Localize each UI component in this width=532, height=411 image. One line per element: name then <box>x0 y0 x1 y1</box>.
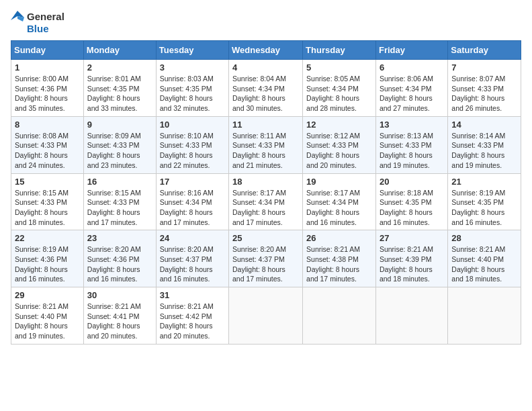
day-cell: 30 Sunrise: 8:21 AM Sunset: 4:41 PM Dayl… <box>83 287 156 345</box>
header-cell-thursday: Thursday <box>303 41 376 60</box>
day-cell: 9 Sunrise: 8:09 AM Sunset: 4:33 PM Dayli… <box>83 116 156 173</box>
day-cell <box>303 287 376 345</box>
sunset-label: Sunset: 4:34 PM <box>306 198 359 206</box>
daylight-label: Daylight: 8 hours and 20 minutes. <box>306 151 359 169</box>
day-cell: 3 Sunrise: 8:03 AM Sunset: 4:35 PM Dayli… <box>156 60 228 117</box>
day-info: Sunrise: 8:14 AM Sunset: 4:33 PM Dayligh… <box>451 131 517 171</box>
day-number: 25 <box>232 233 299 243</box>
logo-bird-icon <box>11 11 24 35</box>
day-cell: 17 Sunrise: 8:16 AM Sunset: 4:34 PM Dayl… <box>156 173 228 230</box>
sunrise-label: Sunrise: 8:21 AM <box>160 302 214 310</box>
day-number: 10 <box>160 120 225 130</box>
daylight-label: Daylight: 8 hours and 27 minutes. <box>380 94 433 112</box>
daylight-label: Daylight: 8 hours and 18 minutes. <box>15 208 68 226</box>
daylight-label: Daylight: 8 hours and 24 minutes. <box>15 151 68 169</box>
daylight-label: Daylight: 8 hours and 16 minutes. <box>15 265 68 283</box>
sunrise-label: Sunrise: 8:17 AM <box>306 189 360 197</box>
day-number: 28 <box>451 233 517 243</box>
sunrise-label: Sunrise: 8:15 AM <box>87 189 141 197</box>
daylight-label: Daylight: 8 hours and 32 minutes. <box>160 94 213 112</box>
sunset-label: Sunset: 4:34 PM <box>306 85 359 93</box>
day-cell: 26 Sunrise: 8:21 AM Sunset: 4:38 PM Dayl… <box>303 230 376 287</box>
sunset-label: Sunset: 4:34 PM <box>232 85 285 93</box>
sunrise-label: Sunrise: 8:21 AM <box>15 302 69 310</box>
sunset-label: Sunset: 4:40 PM <box>15 312 67 320</box>
day-number: 18 <box>232 177 299 187</box>
sunset-label: Sunset: 4:36 PM <box>87 255 140 263</box>
sunset-label: Sunset: 4:33 PM <box>451 85 504 93</box>
day-cell: 31 Sunrise: 8:21 AM Sunset: 4:42 PM Dayl… <box>156 287 228 345</box>
daylight-label: Daylight: 8 hours and 20 minutes. <box>87 322 140 340</box>
week-row-5: 29 Sunrise: 8:21 AM Sunset: 4:40 PM Dayl… <box>11 287 521 345</box>
day-number: 16 <box>87 177 152 187</box>
sunset-label: Sunset: 4:39 PM <box>380 255 432 263</box>
daylight-label: Daylight: 8 hours and 16 minutes. <box>306 208 359 226</box>
sunrise-label: Sunrise: 8:20 AM <box>87 245 141 253</box>
daylight-label: Daylight: 8 hours and 22 minutes. <box>160 151 213 169</box>
day-info: Sunrise: 8:15 AM Sunset: 4:33 PM Dayligh… <box>87 188 152 228</box>
daylight-label: Daylight: 8 hours and 18 minutes. <box>380 265 433 283</box>
sunrise-label: Sunrise: 8:19 AM <box>15 245 69 253</box>
sunset-label: Sunset: 4:34 PM <box>380 85 432 93</box>
daylight-label: Daylight: 8 hours and 21 minutes. <box>232 151 285 169</box>
day-info: Sunrise: 8:20 AM Sunset: 4:37 PM Dayligh… <box>160 244 225 284</box>
sunrise-label: Sunrise: 8:19 AM <box>451 189 505 197</box>
header-cell-tuesday: Tuesday <box>156 41 228 60</box>
week-row-1: 1 Sunrise: 8:00 AM Sunset: 4:36 PM Dayli… <box>11 60 521 117</box>
day-number: 22 <box>15 233 80 243</box>
sunset-label: Sunset: 4:35 PM <box>451 198 504 206</box>
day-number: 19 <box>306 177 372 187</box>
day-info: Sunrise: 8:21 AM Sunset: 4:42 PM Dayligh… <box>160 302 225 341</box>
day-info: Sunrise: 8:01 AM Sunset: 4:35 PM Dayligh… <box>87 74 152 113</box>
day-info: Sunrise: 8:10 AM Sunset: 4:33 PM Dayligh… <box>160 131 225 171</box>
day-info: Sunrise: 8:19 AM Sunset: 4:35 PM Dayligh… <box>451 188 517 228</box>
day-cell: 28 Sunrise: 8:21 AM Sunset: 4:40 PM Dayl… <box>448 230 521 287</box>
sunset-label: Sunset: 4:37 PM <box>232 255 285 263</box>
sunrise-label: Sunrise: 8:10 AM <box>160 132 214 140</box>
day-info: Sunrise: 8:20 AM Sunset: 4:36 PM Dayligh… <box>87 244 152 284</box>
sunrise-label: Sunrise: 8:01 AM <box>87 75 141 83</box>
day-number: 1 <box>15 62 80 73</box>
day-cell: 18 Sunrise: 8:17 AM Sunset: 4:34 PM Dayl… <box>229 173 303 230</box>
sunrise-label: Sunrise: 8:15 AM <box>15 189 69 197</box>
day-number: 11 <box>232 120 299 130</box>
day-cell: 24 Sunrise: 8:20 AM Sunset: 4:37 PM Dayl… <box>156 230 228 287</box>
logo-general: General <box>27 11 64 23</box>
day-info: Sunrise: 8:16 AM Sunset: 4:34 PM Dayligh… <box>160 188 225 228</box>
day-number: 23 <box>87 233 152 243</box>
sunrise-label: Sunrise: 8:14 AM <box>451 132 505 140</box>
sunrise-label: Sunrise: 8:08 AM <box>15 132 69 140</box>
calendar-table: SundayMondayTuesdayWednesdayThursdayFrid… <box>11 40 521 345</box>
day-number: 17 <box>160 177 225 187</box>
sunset-label: Sunset: 4:33 PM <box>380 141 432 149</box>
day-cell: 2 Sunrise: 8:01 AM Sunset: 4:35 PM Dayli… <box>83 60 156 117</box>
sunset-label: Sunset: 4:33 PM <box>15 141 67 149</box>
daylight-label: Daylight: 8 hours and 26 minutes. <box>451 94 504 112</box>
day-info: Sunrise: 8:05 AM Sunset: 4:34 PM Dayligh… <box>306 74 372 113</box>
sunset-label: Sunset: 4:35 PM <box>380 198 432 206</box>
sunrise-label: Sunrise: 8:06 AM <box>380 75 433 83</box>
day-cell: 25 Sunrise: 8:20 AM Sunset: 4:37 PM Dayl… <box>229 230 303 287</box>
sunset-label: Sunset: 4:37 PM <box>160 255 212 263</box>
sunset-label: Sunset: 4:33 PM <box>15 198 67 206</box>
sunrise-label: Sunrise: 8:21 AM <box>380 245 433 253</box>
daylight-label: Daylight: 8 hours and 16 minutes. <box>160 265 213 283</box>
day-info: Sunrise: 8:18 AM Sunset: 4:35 PM Dayligh… <box>380 188 444 228</box>
calendar-header: SundayMondayTuesdayWednesdayThursdayFrid… <box>11 41 521 60</box>
day-info: Sunrise: 8:06 AM Sunset: 4:34 PM Dayligh… <box>380 74 444 113</box>
day-number: 20 <box>380 177 444 187</box>
day-cell: 13 Sunrise: 8:13 AM Sunset: 4:33 PM Dayl… <box>375 116 447 173</box>
day-number: 6 <box>380 62 444 73</box>
day-number: 4 <box>232 62 299 73</box>
sunrise-label: Sunrise: 8:13 AM <box>380 132 433 140</box>
day-cell: 1 Sunrise: 8:00 AM Sunset: 4:36 PM Dayli… <box>11 60 84 117</box>
daylight-label: Daylight: 8 hours and 18 minutes. <box>451 265 504 283</box>
week-row-4: 22 Sunrise: 8:19 AM Sunset: 4:36 PM Dayl… <box>11 230 521 287</box>
day-info: Sunrise: 8:04 AM Sunset: 4:34 PM Dayligh… <box>232 74 299 113</box>
sunset-label: Sunset: 4:36 PM <box>15 255 67 263</box>
sunset-label: Sunset: 4:38 PM <box>306 255 359 263</box>
sunset-label: Sunset: 4:41 PM <box>87 312 140 320</box>
daylight-label: Daylight: 8 hours and 16 minutes. <box>451 208 504 226</box>
day-cell: 12 Sunrise: 8:12 AM Sunset: 4:33 PM Dayl… <box>303 116 376 173</box>
day-number: 29 <box>15 290 80 300</box>
